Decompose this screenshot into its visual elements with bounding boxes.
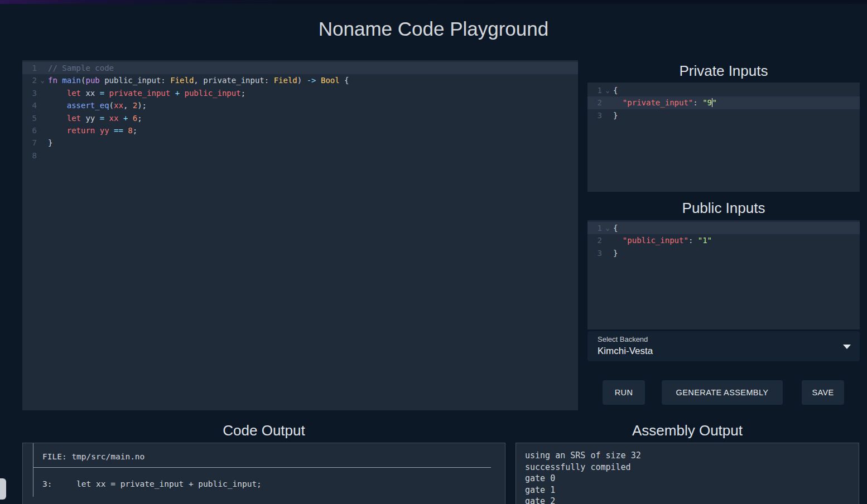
assembly-output-title: Assembly Output xyxy=(516,422,859,439)
code-token xyxy=(128,114,132,123)
code-token: { xyxy=(613,224,618,232)
code-token: + xyxy=(175,89,180,98)
code-token: 2 xyxy=(133,101,137,110)
code-token: assert_eq xyxy=(67,101,109,110)
assembly-line: successfully compiled xyxy=(525,462,850,473)
dropdown-arrow-icon[interactable] xyxy=(843,345,851,349)
code-token: let xyxy=(67,89,81,98)
gutter-spacer xyxy=(37,99,48,112)
fold-arrow-icon[interactable]: ⌄ xyxy=(37,74,48,86)
backend-select-label: Select Backend xyxy=(587,331,860,343)
private-inputs-title: Private Inputs xyxy=(587,62,860,80)
code-token xyxy=(316,76,321,85)
code-token: 8 xyxy=(128,126,132,135)
code-token: -> xyxy=(307,76,316,85)
code-token: : xyxy=(688,236,698,245)
code-token: "1" xyxy=(698,236,712,245)
code-token: private_input xyxy=(109,89,171,98)
code-token xyxy=(613,236,623,245)
code-token: } xyxy=(48,138,52,147)
code-token: { xyxy=(613,86,618,95)
line-number: 4 xyxy=(22,99,37,112)
assembly-line: gate 0 xyxy=(525,473,850,484)
editor-line[interactable]: 1⌄{ xyxy=(587,222,860,234)
fold-arrow-icon[interactable]: ⌄ xyxy=(602,84,613,96)
code-token: return xyxy=(67,126,95,135)
line-number: 6 xyxy=(22,124,37,137)
code-token: = xyxy=(100,89,104,98)
code-token xyxy=(48,114,67,123)
line-number: 2 xyxy=(587,96,602,109)
gutter-spacer xyxy=(37,137,48,149)
code-token: ; xyxy=(137,114,142,123)
line-number: 3 xyxy=(587,247,602,259)
code-token xyxy=(118,114,123,123)
editor-line[interactable]: 6 return yy == 8; xyxy=(22,124,578,137)
code-token xyxy=(180,89,184,98)
code-token xyxy=(48,101,67,110)
editor-line[interactable]: 4 assert_eq(xx, 2); xyxy=(22,99,578,112)
editor-line[interactable]: 3} xyxy=(587,247,860,259)
editor-line[interactable]: 8 xyxy=(22,149,578,162)
window-top-strip xyxy=(0,0,867,4)
code-token xyxy=(104,89,109,98)
code-editor[interactable]: 1// Sample code2⌄fn main(pub public_inpu… xyxy=(22,60,578,410)
gutter-spacer xyxy=(602,96,613,109)
code-token xyxy=(48,126,67,135)
assembly-output-panel[interactable]: using an SRS of size 32successfully comp… xyxy=(516,443,859,504)
code-token: "public_input" xyxy=(623,236,688,245)
public-inputs-title: Public Inputs xyxy=(587,200,860,217)
line-number: 1 xyxy=(587,222,602,234)
code-token: "9 xyxy=(702,98,712,107)
backend-select[interactable]: Select Backend Kimchi-Vesta xyxy=(587,331,860,361)
code-output-panel[interactable]: FILE: tmp/src/main.no 3: let xx = privat… xyxy=(22,443,505,504)
code-token: ; xyxy=(133,126,137,135)
error-code-line: 3: let xx = private_input + public_input… xyxy=(42,478,505,490)
code-token: ( xyxy=(109,101,114,110)
scrollbar-thumb[interactable] xyxy=(0,478,6,500)
code-token: == xyxy=(114,126,123,135)
code-token: ; xyxy=(241,89,245,98)
line-number: 5 xyxy=(22,112,37,124)
gutter-spacer xyxy=(37,149,48,162)
gutter-spacer xyxy=(37,112,48,124)
generate-assembly-button[interactable]: GENERATE ASSEMBLY xyxy=(662,380,783,405)
public-inputs-editor[interactable]: 1⌄{2 "public_input": "1"3} xyxy=(587,220,860,329)
run-button[interactable]: RUN xyxy=(603,380,645,405)
code-token: Field xyxy=(274,76,297,85)
error-divider xyxy=(33,467,491,468)
fold-arrow-icon[interactable]: ⌄ xyxy=(602,222,613,234)
editor-line[interactable]: 1// Sample code xyxy=(22,62,578,74)
code-token: : xyxy=(693,98,702,107)
line-number: 2 xyxy=(22,74,37,86)
line-number: 1 xyxy=(587,84,602,96)
gutter-spacer xyxy=(37,124,48,137)
save-button[interactable]: SAVE xyxy=(802,380,844,405)
editor-line[interactable]: 2⌄fn main(pub public_input: Field, priva… xyxy=(22,74,578,86)
error-file-line: FILE: tmp/src/main.no xyxy=(42,451,505,463)
line-number: 1 xyxy=(22,62,37,74)
editor-line[interactable]: 5 let yy = xx + 6; xyxy=(22,112,578,124)
editor-line[interactable]: 7} xyxy=(22,137,578,149)
code-token: ) xyxy=(297,76,307,85)
code-token: " xyxy=(712,98,717,107)
code-token: "private_input" xyxy=(623,98,693,107)
line-number: 3 xyxy=(587,109,602,122)
code-token: // Sample code xyxy=(48,64,114,72)
code-token: main xyxy=(62,76,81,85)
editor-line[interactable]: 2 "public_input": "1" xyxy=(587,234,860,246)
code-token xyxy=(95,126,99,135)
gutter-spacer xyxy=(37,62,48,74)
code-token: 6 xyxy=(133,114,137,123)
private-inputs-editor[interactable]: 1⌄{2 "private_input": "9"3} xyxy=(587,83,860,192)
editor-line[interactable]: 2 "private_input": "9" xyxy=(587,96,860,109)
code-token: , private_input: xyxy=(194,76,273,85)
code-token: } xyxy=(613,111,618,120)
editor-line[interactable]: 1⌄{ xyxy=(587,84,860,96)
code-token: { xyxy=(340,76,349,85)
editor-line[interactable]: 3} xyxy=(587,109,860,122)
editor-line[interactable]: 3 let xx = private_input + public_input; xyxy=(22,87,578,99)
line-number: 8 xyxy=(22,149,37,162)
code-token: yy xyxy=(100,126,109,135)
backend-select-value: Kimchi-Vesta xyxy=(587,343,860,357)
